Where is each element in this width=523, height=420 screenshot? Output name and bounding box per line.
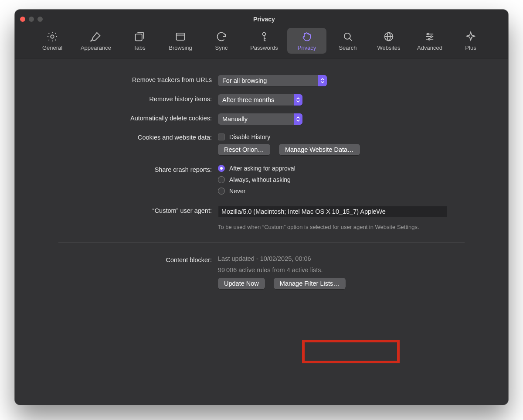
tab-label: Plus bbox=[465, 44, 476, 51]
section-divider bbox=[58, 242, 465, 243]
svg-rect-1 bbox=[136, 34, 142, 41]
tab-label: Appearance bbox=[81, 44, 111, 51]
svg-point-18 bbox=[428, 38, 430, 40]
tab-label: Websites bbox=[377, 44, 400, 51]
window-icon bbox=[174, 31, 187, 43]
updown-icon bbox=[294, 113, 302, 125]
svg-rect-2 bbox=[177, 33, 185, 40]
crash-option-1[interactable]: Always, without asking bbox=[218, 176, 291, 183]
tab-appearance[interactable]: Appearance bbox=[74, 28, 118, 54]
remove-history-select[interactable]: After three months bbox=[218, 94, 302, 106]
tab-sync[interactable]: Sync bbox=[202, 28, 241, 54]
reset-orion-button[interactable]: Reset Orion… bbox=[218, 144, 270, 155]
row-auto-delete-cookies: Automatically delete cookies: Manually bbox=[41, 113, 482, 125]
window-close-button[interactable] bbox=[20, 17, 25, 22]
label-content-blocker: Content blocker: bbox=[41, 255, 218, 263]
sync-icon bbox=[215, 31, 228, 43]
annotation-highlight bbox=[302, 340, 400, 363]
label-crash-reports: Share crash reports: bbox=[41, 165, 218, 173]
tab-label: Privacy bbox=[298, 44, 316, 51]
row-remove-history: Remove history items: After three months bbox=[41, 94, 482, 106]
updown-icon bbox=[294, 94, 302, 106]
select-value: For all browsing bbox=[218, 77, 318, 84]
row-remove-trackers: Remove trackers from URLs For all browsi… bbox=[41, 75, 482, 86]
select-value: Manually bbox=[218, 116, 294, 123]
key-icon bbox=[258, 31, 270, 43]
disable-history-checkbox-row[interactable]: Disable History bbox=[218, 133, 270, 140]
row-content-blocker: Content blocker: Last updated - 10/02/20… bbox=[41, 255, 482, 289]
radio-icon[interactable] bbox=[218, 188, 225, 195]
label-user-agent: “Custom” user agent: bbox=[41, 206, 218, 214]
svg-point-8 bbox=[344, 33, 350, 39]
svg-point-17 bbox=[431, 36, 432, 38]
tab-label: Tabs bbox=[133, 44, 145, 51]
tab-tabs[interactable]: Tabs bbox=[120, 28, 159, 54]
row-cookies-data: Cookies and website data: Disable Histor… bbox=[41, 133, 482, 155]
tabs-icon bbox=[133, 31, 146, 43]
tab-browsing[interactable]: Browsing bbox=[161, 28, 200, 54]
content-blocker-active-rules: 99 006 active rules from 4 active lists. bbox=[218, 266, 323, 273]
globe-icon bbox=[383, 31, 395, 43]
tab-search[interactable]: Search bbox=[328, 28, 367, 54]
radio-label: Always, without asking bbox=[229, 176, 291, 183]
svg-point-4 bbox=[263, 33, 266, 36]
user-agent-input[interactable] bbox=[218, 206, 447, 217]
tab-label: Sync bbox=[215, 44, 228, 51]
svg-point-16 bbox=[428, 33, 429, 35]
row-crash-reports: Share crash reports: After asking for ap… bbox=[41, 165, 482, 195]
tab-label: General bbox=[42, 44, 62, 51]
manage-filter-lists-button[interactable]: Manage Filter Lists… bbox=[274, 278, 346, 289]
titlebar: Privacy bbox=[15, 10, 508, 25]
updown-icon bbox=[318, 75, 327, 86]
label-auto-delete-cookies: Automatically delete cookies: bbox=[41, 113, 218, 122]
settings-content: Remove trackers from URLs For all browsi… bbox=[15, 58, 508, 314]
tab-label: Advanced bbox=[417, 44, 442, 51]
gear-icon bbox=[46, 31, 58, 43]
window-title: Privacy bbox=[25, 16, 503, 23]
label-cookies-data: Cookies and website data: bbox=[41, 133, 218, 141]
disable-history-label: Disable History bbox=[229, 133, 270, 140]
remove-trackers-select[interactable]: For all browsing bbox=[218, 75, 327, 86]
row-user-agent: “Custom” user agent: To be used when “Cu… bbox=[41, 206, 482, 231]
label-remove-history: Remove history items: bbox=[41, 94, 218, 102]
crash-option-0[interactable]: After asking for approval bbox=[218, 165, 295, 172]
crash-option-2[interactable]: Never bbox=[218, 188, 245, 195]
tab-general[interactable]: General bbox=[33, 28, 72, 54]
radio-label: After asking for approval bbox=[229, 165, 295, 172]
content-blocker-last-updated: Last updated - 10/02/2025, 00:06 bbox=[218, 255, 311, 262]
label-remove-trackers: Remove trackers from URLs bbox=[41, 75, 218, 83]
tab-plus[interactable]: Plus bbox=[451, 28, 490, 54]
tab-passwords[interactable]: Passwords bbox=[243, 28, 285, 54]
preferences-toolbar: General Appearance Tabs Browsing Sync Pa… bbox=[15, 25, 508, 58]
user-agent-help: To be used when “Custom” option is selec… bbox=[218, 223, 440, 231]
radio-label: Never bbox=[229, 188, 245, 195]
tab-privacy[interactable]: Privacy bbox=[287, 28, 326, 54]
tab-label: Search bbox=[339, 44, 357, 51]
radio-icon[interactable] bbox=[218, 176, 225, 183]
auto-delete-cookies-select[interactable]: Manually bbox=[218, 113, 302, 125]
disable-history-checkbox[interactable] bbox=[218, 133, 225, 140]
select-value: After three months bbox=[218, 96, 294, 103]
radio-icon[interactable] bbox=[218, 165, 225, 172]
svg-point-0 bbox=[51, 35, 54, 38]
svg-line-9 bbox=[350, 38, 352, 41]
search-icon bbox=[342, 31, 354, 43]
hand-icon bbox=[301, 31, 313, 43]
manage-website-data-button[interactable]: Manage Website Data… bbox=[279, 144, 360, 155]
update-now-button[interactable]: Update Now bbox=[218, 278, 265, 289]
sparkle-icon bbox=[465, 31, 477, 43]
brush-icon bbox=[90, 31, 102, 43]
sliders-icon bbox=[424, 31, 436, 43]
tab-label: Browsing bbox=[169, 44, 192, 51]
tab-advanced[interactable]: Advanced bbox=[410, 28, 449, 54]
tab-websites[interactable]: Websites bbox=[369, 28, 408, 54]
preferences-window: Privacy General Appearance Tabs Browsing… bbox=[15, 10, 508, 405]
tab-label: Passwords bbox=[250, 44, 278, 51]
